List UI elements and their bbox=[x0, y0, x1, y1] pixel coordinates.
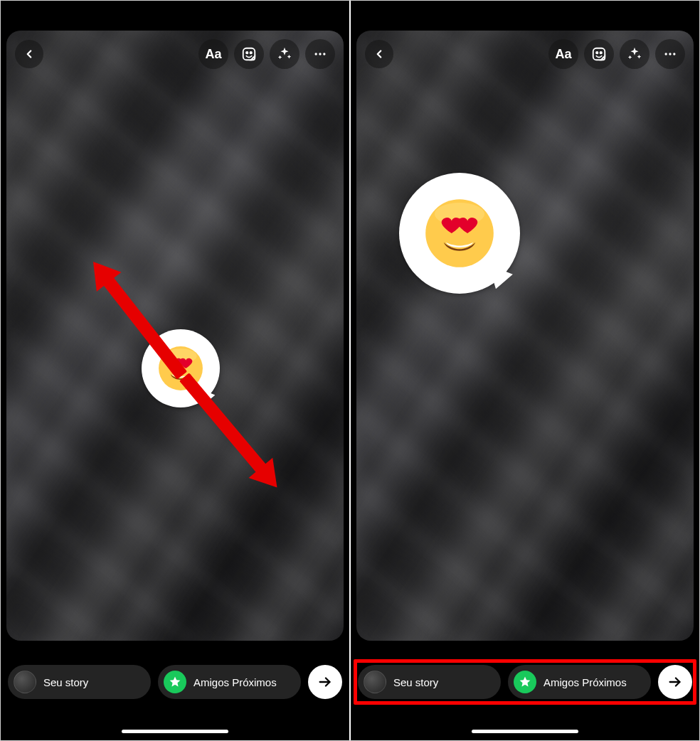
share-bar: Seu story Amigos Próximos bbox=[358, 665, 692, 699]
screenshot-right: Aa bbox=[351, 1, 699, 740]
svg-point-4 bbox=[319, 53, 321, 55]
svg-point-10 bbox=[596, 52, 598, 53]
arrow-right-icon bbox=[317, 674, 333, 690]
status-bar bbox=[1, 1, 349, 29]
your-story-button[interactable]: Seu story bbox=[8, 665, 151, 699]
text-tool-button[interactable]: Aa bbox=[548, 39, 578, 69]
heart-eyes-emoji-icon bbox=[423, 197, 496, 270]
close-friends-label: Amigos Próximos bbox=[543, 676, 627, 688]
svg-point-2 bbox=[250, 52, 252, 53]
avatar bbox=[364, 671, 386, 693]
next-button[interactable] bbox=[308, 665, 342, 699]
close-friends-icon bbox=[514, 671, 536, 693]
editor-toolbar: Aa bbox=[15, 39, 335, 69]
story-canvas[interactable]: Aa bbox=[6, 31, 344, 641]
screenshot-left: Aa bbox=[1, 1, 349, 740]
next-button[interactable] bbox=[658, 665, 692, 699]
chevron-left-icon bbox=[373, 48, 386, 60]
story-canvas[interactable]: Aa bbox=[356, 31, 694, 641]
svg-point-11 bbox=[600, 52, 602, 53]
close-friends-icon bbox=[164, 671, 186, 693]
chevron-left-icon bbox=[23, 48, 36, 60]
more-icon bbox=[313, 47, 327, 61]
svg-point-14 bbox=[673, 53, 675, 55]
close-friends-button[interactable]: Amigos Próximos bbox=[508, 665, 651, 699]
svg-point-3 bbox=[315, 53, 317, 55]
back-button[interactable] bbox=[365, 40, 393, 68]
effects-tool-button[interactable] bbox=[270, 39, 299, 69]
your-story-label: Seu story bbox=[43, 676, 88, 688]
sparkles-icon bbox=[627, 46, 642, 62]
arrow-right-icon bbox=[667, 674, 683, 690]
sparkles-icon bbox=[277, 46, 292, 62]
share-bar: Seu story Amigos Próximos bbox=[8, 665, 342, 699]
status-bar bbox=[351, 1, 699, 29]
close-friends-label: Amigos Próximos bbox=[193, 676, 277, 688]
more-options-button[interactable] bbox=[655, 39, 685, 69]
your-story-button[interactable]: Seu story bbox=[358, 665, 501, 699]
text-tool-button[interactable]: Aa bbox=[198, 39, 228, 69]
text-tool-label: Aa bbox=[555, 47, 571, 62]
sticker-icon bbox=[241, 46, 257, 62]
editor-toolbar: Aa bbox=[365, 39, 685, 69]
svg-point-1 bbox=[246, 52, 248, 53]
home-indicator bbox=[472, 730, 578, 733]
svg-point-13 bbox=[669, 53, 671, 55]
text-tool-label: Aa bbox=[205, 47, 221, 62]
close-friends-button[interactable]: Amigos Próximos bbox=[158, 665, 301, 699]
back-button[interactable] bbox=[15, 40, 43, 68]
svg-point-12 bbox=[665, 53, 667, 55]
avatar bbox=[14, 671, 36, 693]
annotation-arrow-down-right bbox=[179, 373, 269, 476]
effects-tool-button[interactable] bbox=[620, 39, 649, 69]
your-story-label: Seu story bbox=[393, 676, 438, 688]
emoji-reaction-sticker[interactable] bbox=[399, 173, 520, 294]
svg-point-5 bbox=[323, 53, 325, 55]
sticker-tool-button[interactable] bbox=[584, 39, 614, 69]
sticker-tool-button[interactable] bbox=[234, 39, 264, 69]
home-indicator bbox=[122, 730, 228, 733]
sticker-icon bbox=[591, 46, 607, 62]
more-options-button[interactable] bbox=[305, 39, 335, 69]
more-icon bbox=[663, 47, 677, 61]
